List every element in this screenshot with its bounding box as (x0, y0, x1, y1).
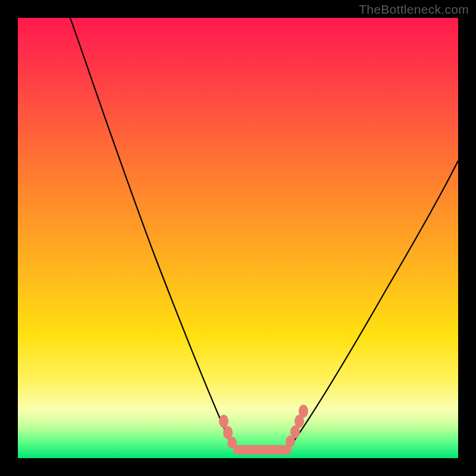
plot-area (18, 18, 458, 458)
left-curve (70, 18, 232, 446)
curve-layer (18, 18, 458, 458)
marker-left-1 (219, 415, 228, 428)
marker-right-4 (299, 405, 308, 418)
watermark-text: TheBottleneck.com (359, 2, 469, 17)
marker-left-3 (227, 437, 237, 449)
chart-frame: TheBottleneck.com (0, 0, 476, 476)
right-curve (290, 161, 458, 446)
